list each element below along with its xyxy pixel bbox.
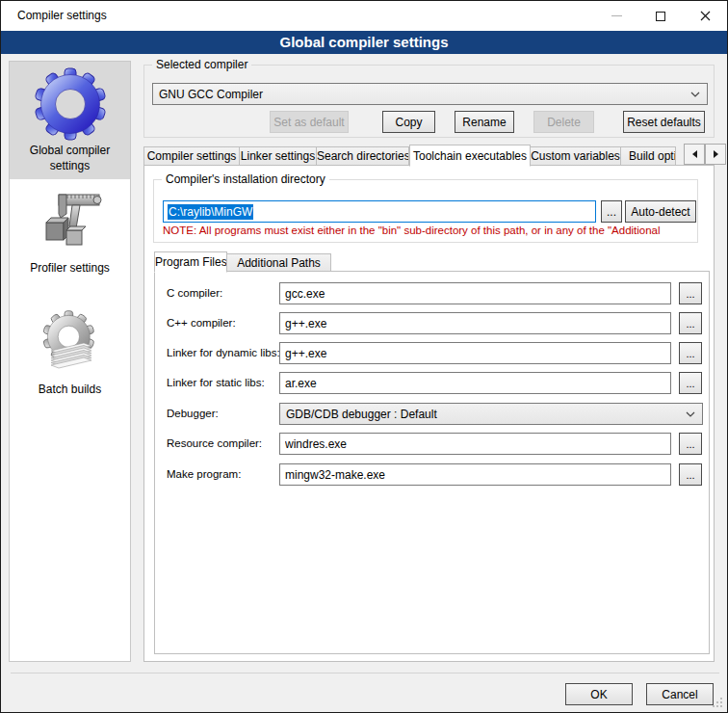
tab-build-options[interactable]: Build options	[621, 146, 676, 166]
maximize-button[interactable]	[638, 1, 683, 31]
static-linker-input[interactable]	[279, 372, 671, 394]
tab-search-directories[interactable]: Search directories	[317, 146, 409, 166]
close-button[interactable]	[683, 1, 727, 31]
resource-compiler-browse-button[interactable]: ...	[679, 433, 702, 455]
c-compiler-label: C compiler:	[167, 287, 222, 299]
tab-compiler-settings[interactable]: Compiler settings	[143, 146, 240, 166]
sidebar-item-label: Global compiler settings	[10, 141, 130, 173]
maximize-icon	[656, 12, 665, 21]
installation-directory-value: C:\raylib\MinGW	[168, 204, 253, 220]
tab-linker-settings[interactable]: Linker settings	[240, 146, 317, 166]
delete-button[interactable]: Delete	[533, 111, 594, 133]
selected-compiler-group: Selected compiler GNU GCC Compiler Set a…	[143, 65, 715, 138]
reset-defaults-button[interactable]: Reset defaults	[623, 111, 705, 133]
sidebar-item-profiler-settings[interactable]: Profiler settings	[10, 179, 130, 287]
dynamic-linker-row: Linker for dynamic libs: ...	[155, 342, 709, 364]
browse-directory-button[interactable]: ...	[601, 200, 622, 223]
static-linker-row: Linker for static libs: ...	[155, 372, 709, 394]
close-icon	[700, 11, 711, 21]
window-title: Compiler settings	[17, 9, 107, 22]
static-linker-label: Linker for static libs:	[167, 377, 265, 388]
minimize-icon	[611, 15, 622, 16]
c-compiler-input[interactable]	[279, 282, 671, 304]
settings-tabstrip: Compiler settings Linker settings Search…	[143, 144, 683, 166]
dynamic-linker-input[interactable]	[279, 342, 671, 364]
toolchain-executables-page: Compiler's installation directory C:\ray…	[143, 165, 715, 662]
c-compiler-row: C compiler: ...	[155, 282, 709, 304]
chevron-down-icon	[690, 92, 700, 97]
static-linker-browse-button[interactable]: ...	[679, 372, 702, 394]
cpp-compiler-input[interactable]	[279, 312, 671, 334]
minimize-button[interactable]	[594, 1, 638, 31]
make-program-label: Make program:	[167, 468, 241, 480]
sidebar-item-label: Batch builds	[10, 380, 130, 397]
compiler-select-value: GNU GCC Compiler	[153, 88, 690, 101]
dynamic-linker-browse-button[interactable]: ...	[679, 342, 702, 364]
sidebar-item-batch-builds[interactable]: Batch builds	[10, 304, 130, 401]
compiler-select[interactable]: GNU GCC Compiler	[152, 83, 708, 105]
debugger-select-value: GDB/CDB debugger : Default	[280, 408, 686, 421]
program-files-tabstrip: Program Files Additional Paths	[154, 251, 331, 272]
debugger-label: Debugger:	[167, 408, 219, 419]
chevron-down-icon	[686, 411, 695, 417]
installation-directory-group: Compiler's installation directory C:\ray…	[153, 179, 698, 243]
tab-scroll-left-icon	[692, 150, 697, 158]
sidebar-item-label: Profiler settings	[10, 258, 130, 276]
settings-category-list: Global compiler settings P	[9, 61, 131, 662]
make-program-input[interactable]	[279, 463, 671, 486]
rename-button[interactable]: Rename	[455, 111, 514, 133]
dialog-header: Global compiler settings	[1, 31, 727, 54]
installation-directory-group-label: Compiler's installation directory	[162, 172, 329, 186]
cancel-button[interactable]: Cancel	[646, 683, 714, 705]
footer-separator	[11, 673, 719, 673]
debugger-row: Debugger: GDB/CDB debugger : Default	[155, 403, 709, 425]
program-files-page: C compiler: ... C++ compiler: ... Linker…	[154, 271, 710, 654]
resource-compiler-label: Resource compiler:	[167, 437, 262, 449]
tab-scroll-left-button[interactable]	[684, 144, 705, 165]
dynamic-linker-label: Linker for dynamic libs:	[167, 347, 280, 358]
caliper-icon	[34, 185, 107, 258]
copy-button[interactable]: Copy	[382, 111, 435, 133]
tab-toolchain-executables[interactable]: Toolchain executables	[409, 145, 531, 167]
installation-directory-input[interactable]: C:\raylib\MinGW	[163, 200, 596, 223]
auto-detect-button[interactable]: Auto-detect	[625, 200, 696, 223]
make-program-row: Make program: ...	[155, 463, 709, 486]
selected-compiler-group-label: Selected compiler	[152, 58, 251, 71]
blue-gear-icon	[34, 67, 107, 141]
tab-program-files[interactable]: Program Files	[154, 251, 227, 273]
tab-custom-variables[interactable]: Custom variables	[531, 146, 621, 166]
compiler-settings-dialog: Compiler settings Global compiler settin…	[0, 0, 728, 713]
resource-compiler-row: Resource compiler: ...	[155, 433, 709, 455]
tab-scroll-right-button[interactable]	[705, 144, 726, 165]
c-compiler-browse-button[interactable]: ...	[679, 282, 702, 304]
resize-grip[interactable]	[713, 698, 722, 707]
resource-compiler-input[interactable]	[279, 433, 671, 455]
make-program-browse-button[interactable]: ...	[679, 463, 702, 486]
cpp-compiler-browse-button[interactable]: ...	[679, 312, 702, 334]
ok-button[interactable]: OK	[565, 683, 633, 705]
titlebar[interactable]: Compiler settings	[1, 1, 727, 31]
debugger-select[interactable]: GDB/CDB debugger : Default	[279, 403, 703, 425]
gray-gear-stack-icon	[34, 310, 107, 380]
cpp-compiler-row: C++ compiler: ...	[155, 312, 709, 334]
sidebar-item-global-compiler-settings[interactable]: Global compiler settings	[10, 62, 130, 179]
tab-additional-paths[interactable]: Additional Paths	[227, 253, 331, 272]
tab-scroll-right-icon	[714, 150, 718, 158]
set-as-default-button[interactable]: Set as default	[270, 111, 349, 133]
bin-subdirectory-note: NOTE: All programs must exist either in …	[163, 224, 694, 239]
cpp-compiler-label: C++ compiler:	[167, 317, 236, 329]
